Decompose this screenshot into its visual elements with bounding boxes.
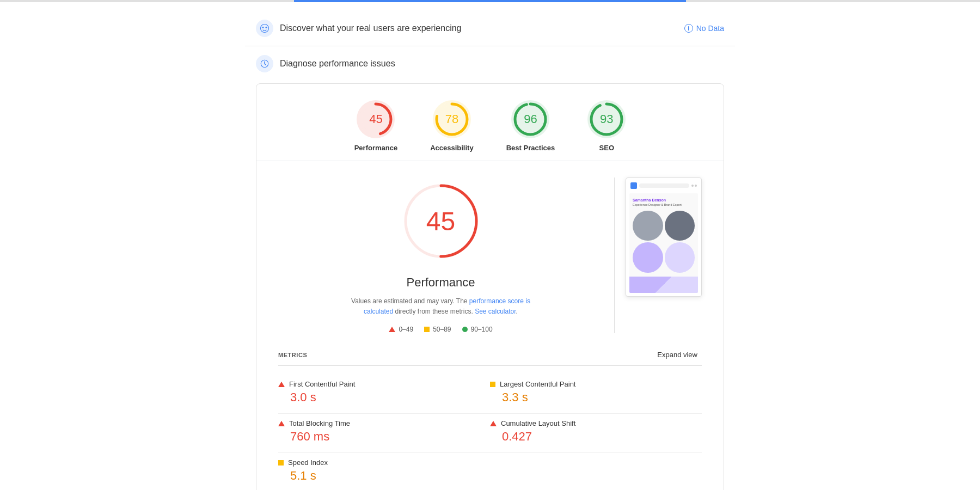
legend-label-red: 0–49 [399,326,413,333]
preview-dots [691,185,697,187]
preview-img-2 [665,211,695,241]
legend-label-orange: 50–89 [433,326,451,333]
preview-bottom-shape [629,277,698,293]
preview-images-grid [629,209,698,274]
metric-triangle-icon [278,421,285,426]
score-circle-2: 96 [511,100,549,138]
score-circle-0: 45 [357,100,395,138]
metric-item-cumulative-layout-shift: Cumulative Layout Shift 0.427 [490,414,702,452]
vertical-divider [614,177,615,333]
metrics-main-area: 45 Performance Values are estimated and … [267,161,713,344]
discover-title: Discover what your real users are experi… [280,23,461,33]
score-item-performance: 45 Performance [354,100,397,152]
preview-screenshot: Samantha Benson Experience Designer & Br… [626,177,702,297]
svg-point-1 [262,27,264,28]
preview-img-1 [633,211,663,241]
metrics-grid: First Contentful Paint 3.0 s Largest Con… [278,375,702,490]
preview-hero-text: Samantha Benson Experience Designer & Br… [629,193,698,209]
score-label-2: Best Practices [506,144,555,152]
diagnose-icon [256,55,273,72]
metric-item-empty [490,453,702,490]
metric-value: 5.1 s [290,469,490,483]
big-circle-container: 45 [397,177,485,265]
expand-view-button[interactable]: Expand view [653,348,702,361]
metric-value: 3.3 s [502,390,702,405]
content-wrapper: Discover what your real users are experi… [245,2,735,490]
metric-name: Largest Contentful Paint [500,380,575,388]
diagnose-title: Diagnose performance issues [280,59,395,69]
score-item-seo: 93 SEO [587,100,626,152]
score-number-0: 45 [369,112,382,126]
preview-dot-1 [691,185,694,187]
metric-value: 3.0 s [290,390,490,405]
see-calc-link[interactable]: See calculator [475,308,516,315]
legend-item-orange: 50–89 [424,326,451,333]
no-data-label: No Data [696,24,724,33]
metrics-divider [278,365,702,366]
preview-site-subtitle: Experience Designer & Brand Expert [633,203,695,207]
preview-dot-2 [695,185,697,187]
score-label-1: Accessibility [430,144,474,152]
discover-icon [256,20,273,37]
metric-header-row: First Contentful Paint [278,380,490,388]
legend-circle-icon [462,327,468,332]
metrics-title: METRICS [278,352,307,358]
metric-header-row: Largest Contentful Paint [490,380,702,388]
score-circle-3: 93 [587,100,626,138]
metric-header-row: Cumulative Layout Shift [490,419,702,427]
big-score-area: 45 Performance Values are estimated and … [278,177,603,333]
metric-header-row: Speed Index [278,458,490,467]
metric-name: First Contentful Paint [289,380,355,388]
preview-topbar [629,181,698,190]
svg-point-0 [261,24,269,33]
no-data-container: i No Data [684,24,724,33]
preview-site-name: Samantha Benson [633,198,695,203]
metric-name: Speed Index [288,458,328,467]
metric-square-icon [278,460,284,465]
score-label-0: Performance [354,144,397,152]
legend-square-icon [424,327,430,332]
discover-section-row: Discover what your real users are experi… [245,13,735,44]
metrics-header: METRICS Expand view [278,344,702,365]
top-progress-bar [0,0,980,2]
svg-point-2 [266,27,267,28]
score-circle-1: 78 [433,100,471,138]
preview-img-3 [633,242,663,273]
metric-item-largest-contentful-paint: Largest Contentful Paint 3.3 s [490,375,702,413]
score-number-3: 93 [600,112,613,126]
preview-area: Samantha Benson Experience Designer & Br… [626,177,702,297]
metric-item-first-contentful-paint: First Contentful Paint 3.0 s [278,375,490,413]
score-description: Values are estimated and may vary. The p… [348,296,534,317]
preview-content: Samantha Benson Experience Designer & Br… [629,193,698,293]
big-score-title: Performance [407,275,475,290]
scores-panel: 45 Performance 78 Accessibility 96 Best … [256,83,724,490]
metrics-section: METRICS Expand view First Contentful Pai… [267,344,713,490]
metric-triangle-icon [278,382,285,387]
metric-item-speed-index: Speed Index 5.1 s [278,453,490,490]
metric-name: Total Blocking Time [289,419,350,427]
metric-header-row: Total Blocking Time [278,419,490,427]
scores-row: 45 Performance 78 Accessibility 96 Best … [267,95,713,161]
metric-name: Cumulative Layout Shift [501,419,575,427]
big-score-number: 45 [426,206,455,236]
legend-item-green: 90–100 [462,326,493,333]
score-item-accessibility: 78 Accessibility [430,100,474,152]
score-number-2: 96 [524,112,537,126]
metric-triangle-icon [490,421,497,426]
legend-row: 0–49 50–89 90–100 [389,326,492,333]
score-item-best-practices: 96 Best Practices [506,100,555,152]
metric-square-icon [490,382,495,387]
preview-url-bar [639,183,689,188]
section-divider-1 [245,46,735,46]
legend-item-red: 0–49 [389,326,413,333]
metric-value: 760 ms [290,430,490,444]
no-data-info-icon: i [684,24,693,33]
score-label-3: SEO [599,144,614,152]
preview-favicon [630,182,637,189]
preview-img-4 [665,242,695,273]
page-container: Discover what your real users are experi… [0,0,980,490]
score-number-1: 78 [445,112,458,126]
metric-value: 0.427 [502,430,702,444]
progress-fill [294,0,686,2]
legend-label-green: 90–100 [471,326,493,333]
